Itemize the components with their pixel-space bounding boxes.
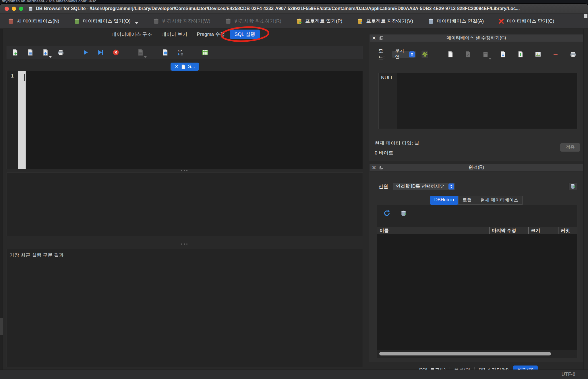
tab-dbhub[interactable]: DBHub.io	[430, 196, 458, 205]
save-project-button[interactable]: 프로젝트 저장하기(V)	[357, 18, 413, 25]
tab-database-structure[interactable]: 데이터베이스 구조	[107, 30, 157, 39]
cell-value-text: NULL	[379, 73, 397, 129]
minimize-window-button[interactable]	[12, 7, 16, 11]
remote-database-panel: 이름 마지막 수정 크기 커밋	[377, 205, 577, 358]
mode-select[interactable]: 문자열	[392, 51, 416, 58]
save-sql-dropdown-icon[interactable]	[49, 56, 52, 58]
identity-select[interactable]: 연결할 ID를 선택하세요	[393, 183, 455, 190]
clone-database-button[interactable]	[568, 182, 577, 190]
encoding-indicator[interactable]: UTF-8	[562, 372, 575, 377]
horizontal-scrollbar-thumb[interactable]	[379, 352, 551, 355]
revert-changes-label: 변경사항 취소하기(R)	[234, 18, 281, 24]
edit-cell-dock-title: 데이터베이스 셀 수정하기(C)	[370, 35, 583, 41]
horizontal-scrollbar[interactable]	[378, 352, 576, 356]
sql-editor[interactable]: 1	[7, 71, 363, 169]
remote-dock-title: 원격(R)	[370, 165, 583, 171]
stepper-icon[interactable]	[448, 183, 454, 190]
column-header-last-modified[interactable]: 마지막 수정	[489, 227, 528, 235]
export-cell-icon[interactable]	[517, 51, 524, 58]
column-header-commit[interactable]: 커밋	[558, 227, 577, 235]
print-icon[interactable]	[57, 49, 64, 56]
cell-type-text: 현재 데이터 타입: 널	[375, 140, 419, 146]
close-database-button[interactable]: 데이터베이스 닫기(C)	[498, 18, 554, 24]
tab-execute-sql[interactable]: SQL 실행	[230, 30, 260, 39]
splitter-handle[interactable]	[181, 243, 187, 245]
save-sql-file-icon[interactable]	[42, 49, 49, 56]
sql-toolbar: az	[7, 46, 363, 59]
close-window-button[interactable]	[5, 7, 9, 11]
toolbar-separator	[193, 49, 193, 57]
results-table-icon[interactable]	[202, 49, 209, 56]
zoom-window-button[interactable]	[19, 7, 23, 11]
tab-current-database[interactable]: 현재 데이터베이스	[476, 196, 523, 205]
execute-all-icon[interactable]	[82, 49, 89, 56]
main-view-tabs: 데이터베이스 구조 데이터 보기 Pragma 수정 SQL 실행	[3, 30, 364, 39]
open-project-label: 프로젝트 열기(P)	[305, 18, 342, 24]
statusbar: UTF-8	[0, 370, 588, 379]
cell-settings-button[interactable]	[421, 50, 429, 58]
open-project-icon	[296, 18, 303, 25]
splitter-handle[interactable]	[181, 170, 187, 171]
open-database-button[interactable]: 데이터베이스 열기(O)	[74, 18, 138, 25]
right-scrollbar-track[interactable]	[583, 29, 588, 370]
content-area: 데이터베이스 구조 데이터 보기 Pragma 수정 SQL 실행	[0, 29, 588, 370]
write-changes-button: 변경사항 저장하기(W)	[153, 18, 210, 25]
screen: dfydsmsb.ab-northeast-2.rds.amazonaws.co…	[0, 0, 588, 379]
mode-label: 모드:	[378, 48, 388, 61]
tab-local[interactable]: 로컬	[458, 196, 476, 205]
execute-current-line-icon[interactable]	[97, 49, 104, 56]
open-sql-file-icon[interactable]	[27, 49, 34, 56]
attach-database-button[interactable]: 데이터베이스 연결(A)	[428, 18, 484, 25]
sql-file-tab[interactable]: ✕ S...	[171, 63, 199, 71]
export-sql-icon[interactable]	[162, 49, 169, 56]
close-tab-icon[interactable]: ✕	[175, 64, 178, 69]
remote-dock-header: ✕ 원격(R)	[369, 164, 583, 171]
open-database-dropdown-icon[interactable]	[135, 22, 138, 24]
remote-source-tabs: DBHub.io 로컬 현재 데이터베이스	[369, 196, 583, 205]
close-database-icon	[498, 18, 504, 24]
toolbar-separator	[128, 49, 128, 57]
cell-value-editor[interactable]: NULL	[378, 73, 577, 129]
gear-icon	[422, 51, 428, 57]
new-database-button[interactable]: 새 데이터베이스(N)	[7, 18, 59, 25]
svg-text:z: z	[181, 49, 182, 53]
open-database-icon	[74, 18, 80, 25]
tab-browse-data[interactable]: 데이터 보기	[157, 30, 192, 39]
toolbar-separator	[153, 49, 153, 57]
cell-mode-row: 모드: 문자열	[378, 50, 577, 59]
image-view-icon[interactable]	[535, 51, 541, 58]
stop-icon[interactable]	[112, 49, 119, 56]
sql-editor-text-area[interactable]	[26, 71, 363, 169]
print-cell-icon[interactable]	[570, 51, 577, 58]
new-sql-tab-icon[interactable]	[11, 49, 19, 56]
tab-browse-data-label: 데이터 보기	[162, 32, 187, 37]
set-null-icon[interactable]	[552, 51, 559, 58]
column-header-name[interactable]: 이름	[377, 227, 489, 235]
line-number-gutter: 1	[7, 71, 18, 169]
tab-current-database-label: 현재 데이터베이스	[480, 198, 518, 202]
open-project-button[interactable]: 프로젝트 열기(P)	[296, 18, 342, 25]
refresh-icon[interactable]	[383, 210, 390, 217]
revert-changes-icon	[225, 18, 232, 25]
mode-select-value: 문자열	[395, 48, 407, 60]
window-controls	[5, 7, 23, 11]
clone-remote-database-icon[interactable]	[400, 210, 407, 216]
remote-table-header: 이름 마지막 수정 크기 커밋	[377, 227, 577, 235]
text-mode-icon[interactable]	[447, 51, 454, 58]
cell-value-area[interactable]	[397, 73, 577, 129]
remote-table-body	[377, 234, 577, 350]
apply-button[interactable]: 적용	[560, 143, 580, 152]
save-project-label: 프로젝트 저장하기(V)	[366, 18, 413, 24]
titlebar: DB Browser for SQLite - /Users/programme…	[0, 4, 588, 14]
toolbar-separator	[73, 49, 73, 57]
column-header-size[interactable]: 크기	[528, 227, 558, 235]
format-sql-icon[interactable]: az	[177, 49, 184, 56]
stepper-icon[interactable]	[409, 51, 415, 57]
save-cell-icon	[482, 51, 489, 58]
tab-execute-sql-label: SQL 실행	[235, 32, 255, 37]
left-rail-chip	[0, 318, 3, 335]
execution-result-caption: 가장 최근 실행 구문 결과	[7, 249, 363, 261]
sql-file-icon	[181, 64, 185, 69]
tab-edit-pragmas[interactable]: Pragma 수정	[192, 30, 230, 39]
import-cell-icon[interactable]	[500, 51, 506, 58]
